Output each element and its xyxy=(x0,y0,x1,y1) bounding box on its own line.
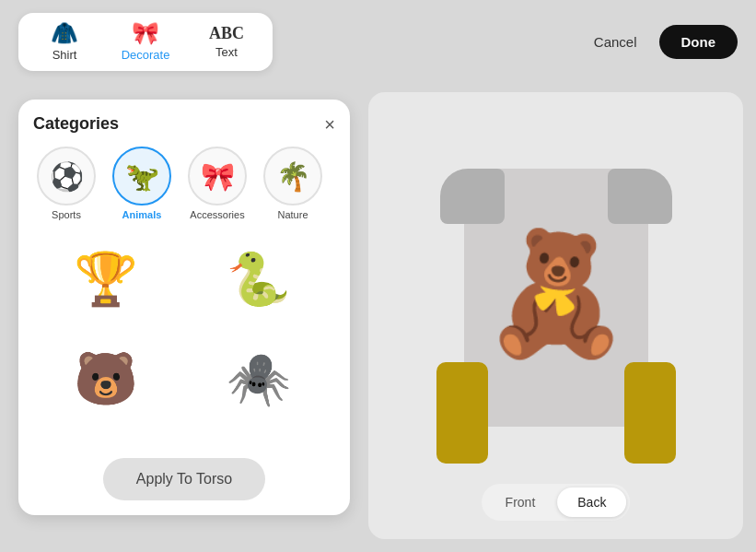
cat-accessories[interactable]: 🎀 Accessories xyxy=(184,147,250,220)
panel-title: Categories xyxy=(33,114,119,134)
panel-header: Categories × xyxy=(33,114,335,134)
bowtie-icon: 🎀 xyxy=(132,22,159,44)
apply-to-torso-button[interactable]: Apply To Torso xyxy=(103,458,265,500)
apply-btn-wrap: Apply To Torso xyxy=(33,458,335,500)
shirt-icon: 🧥 xyxy=(51,22,78,44)
sticker-spider[interactable]: 🕷️ xyxy=(186,333,331,425)
animals-label: Animals xyxy=(122,209,162,220)
category-row: ⚽ Sports 🦖 Animals 🎀 Accessories 🌴 Natur… xyxy=(33,147,335,220)
tab-decorate-label: Decorate xyxy=(122,48,170,62)
tab-text-label: Text xyxy=(215,45,238,59)
shirt-shoulder-right xyxy=(608,169,672,224)
chair-arm-right xyxy=(624,362,676,464)
cancel-button[interactable]: Cancel xyxy=(583,27,648,57)
accessories-label: Accessories xyxy=(190,209,244,220)
sports-icon: ⚽ xyxy=(50,160,84,193)
tab-text[interactable]: ABC Text xyxy=(199,25,254,59)
toolbar-actions: Cancel Done xyxy=(583,25,738,59)
cat-sports[interactable]: ⚽ Sports xyxy=(33,147,99,220)
cat-animals[interactable]: 🦖 Animals xyxy=(109,147,175,220)
sports-label: Sports xyxy=(52,209,81,220)
preview-area: 🧸 Front Back xyxy=(368,92,743,539)
nature-label: Nature xyxy=(277,209,308,220)
tab-shirt-label: Shirt xyxy=(52,48,77,62)
shirt-3d-view: 🧸 xyxy=(427,169,685,464)
sports-icon-wrap: ⚽ xyxy=(37,147,96,206)
nature-icon-wrap: 🌴 xyxy=(263,147,322,206)
close-button[interactable]: × xyxy=(324,115,335,134)
sticker-trophy[interactable]: 🏆 xyxy=(33,233,179,325)
tab-shirt[interactable]: 🧥 Shirt xyxy=(37,22,92,62)
sticker-grid: 🏆 🐍 🐻 🕷️ 🐗 🦈 🦉 xyxy=(33,233,335,445)
back-button[interactable]: Back xyxy=(557,487,626,517)
view-toggle: Front Back xyxy=(482,484,631,521)
sticker-shark[interactable]: 🦈 xyxy=(186,432,331,445)
toolbar: 🧥 Shirt 🎀 Decorate ABC Text Cancel Done xyxy=(18,13,738,71)
spider-icon: 🕷️ xyxy=(227,353,291,405)
cat-nature[interactable]: 🌴 Nature xyxy=(260,147,326,220)
nature-icon: 🌴 xyxy=(276,160,310,193)
sticker-boar[interactable]: 🐗 xyxy=(33,432,179,445)
bear-sticker-preview: 🧸 xyxy=(482,233,631,353)
shirt-shoulder-left xyxy=(440,169,505,224)
chair-arm-left xyxy=(436,362,488,464)
text-icon: ABC xyxy=(209,25,244,41)
sticker-grid-wrap[interactable]: 🏆 🐍 🐻 🕷️ 🐗 🦈 🦉 xyxy=(33,233,335,445)
tab-bar: 🧥 Shirt 🎀 Decorate ABC Text xyxy=(18,13,273,71)
sticker-snake[interactable]: 🐍 xyxy=(186,233,331,325)
front-button[interactable]: Front xyxy=(485,487,556,517)
animals-icon-wrap: 🦖 xyxy=(112,147,171,206)
accessories-icon-wrap: 🎀 xyxy=(188,147,247,206)
accessories-icon: 🎀 xyxy=(201,160,235,193)
sticker-bear[interactable]: 🐻 xyxy=(33,333,179,425)
tab-decorate[interactable]: 🎀 Decorate xyxy=(118,22,173,62)
done-button[interactable]: Done xyxy=(659,25,739,59)
categories-panel: Categories × ⚽ Sports 🦖 Animals 🎀 Access… xyxy=(18,100,350,515)
trophy-icon: 🏆 xyxy=(74,253,138,305)
animals-icon: 🦖 xyxy=(125,160,159,193)
snake-icon: 🐍 xyxy=(227,253,291,305)
bear-icon: 🐻 xyxy=(74,353,138,405)
